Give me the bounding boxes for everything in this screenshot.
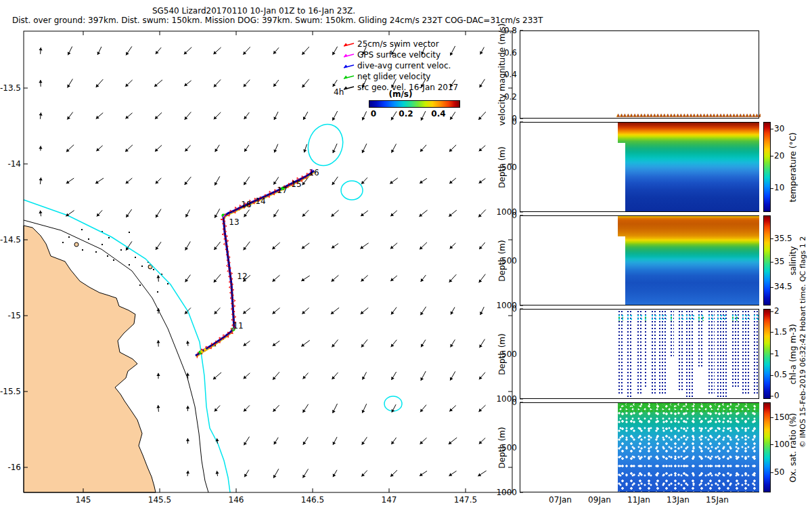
island-speck <box>157 291 158 293</box>
date-tick-label: 07Jan <box>549 495 572 505</box>
ox-colorbar <box>763 402 771 492</box>
ox-y-tick-label: 1000 <box>496 488 517 497</box>
dive-number-label: 14 <box>255 196 265 206</box>
current-arrow-head <box>449 441 452 444</box>
chl-surface-patch <box>742 314 750 320</box>
ox-cbar-label: Ox. sat. ratio (%) <box>788 412 798 482</box>
chl-cbar-label: chl-a (mg m-3) <box>788 324 798 384</box>
map-y-tick-label: -13.5 <box>0 83 21 93</box>
island-speck <box>167 283 168 284</box>
island-speck <box>153 269 154 270</box>
chl-surface-patch <box>678 314 683 320</box>
sal-cbar-tick-label: 35.5 <box>774 234 792 243</box>
date-tick-label: 15Jan <box>706 495 729 505</box>
island-speck <box>95 251 97 253</box>
chl-surface-patch-green <box>731 316 739 321</box>
current-arrow-head <box>479 180 482 184</box>
chl-data-column <box>708 310 715 395</box>
current-arrow-head <box>361 213 364 216</box>
island-speck <box>62 242 64 243</box>
legend-cbar-tick-label: 0.2 <box>399 109 413 119</box>
sal-y-tick-label: 500 <box>501 256 517 266</box>
eddy-contour <box>303 120 348 170</box>
current-arrow-head <box>273 343 276 346</box>
current-arrow-head <box>301 343 304 347</box>
current-arrow-head <box>186 438 189 441</box>
island-speck <box>113 259 114 261</box>
map-y-tick-label: -14.5 <box>0 235 21 245</box>
current-arrow-head <box>391 441 394 444</box>
current-arrow-head <box>156 340 160 343</box>
map-y-tick-label: -15.5 <box>0 387 21 396</box>
current-arrow-head <box>390 181 393 184</box>
sal-cbar-tick-label: 34.5 <box>774 282 792 291</box>
current-arrow-head <box>421 278 424 282</box>
date-tick-label: 13Jan <box>667 495 690 505</box>
chl-data-column <box>742 310 750 396</box>
chl-data-column <box>627 310 632 397</box>
temp-cbar-tick-label: 20 <box>774 151 784 161</box>
current-arrow-head <box>331 311 334 314</box>
legend-entry-label: sfc geo. vel. 16-Jan 2017 <box>357 83 458 92</box>
legend-cbar-tick-label: 0 <box>371 109 376 119</box>
current-arrow-head <box>273 83 277 87</box>
chl-surface-patch <box>627 314 632 320</box>
velocity-y-tick-label: 0.8 <box>504 26 517 35</box>
chl-data-column <box>678 310 683 391</box>
ox-cbar-tick-label: 100 <box>774 440 790 449</box>
eddy-contour <box>384 396 402 411</box>
chl-data-column <box>753 310 759 394</box>
current-arrow-head <box>39 177 43 180</box>
date-tick-label: 11Jan <box>627 495 650 505</box>
chl-data-column <box>618 310 623 395</box>
chl-data-column <box>658 310 667 395</box>
current-arrow-head <box>360 246 363 249</box>
glider-mission-figure: { "title": { "line1": "SG540 Lizard20170… <box>0 0 812 508</box>
current-arrow-head <box>244 247 247 250</box>
velocity-y-tick-label: 0.6 <box>504 48 517 58</box>
chl-data-column <box>651 310 656 396</box>
chl-surface-patch <box>753 314 759 320</box>
current-arrow-head <box>419 213 422 217</box>
chl-surface-patch-green <box>670 316 674 321</box>
dive-markers: ▲▲▲▲▲▲▲▲▲▲▲▲▲▲▲▲▲▲▲▲▲▲▲▲▲▲▲▲▲▲▲▲▲▲▲▲▲▲▲▲… <box>616 112 761 118</box>
date-tick-label: 09Jan <box>588 495 611 505</box>
current-arrow-head <box>67 117 70 120</box>
dive-number-label: 12 <box>237 272 247 281</box>
dive-number-label: 11 <box>233 321 243 331</box>
current-arrow-head <box>156 373 160 376</box>
dive-number-label: 15 <box>291 179 301 189</box>
island-speck <box>129 232 130 233</box>
temp-data <box>618 123 759 211</box>
chl-surface-patch-green <box>698 316 704 321</box>
dive-number-label: 17 <box>277 186 287 195</box>
island-speck <box>108 237 110 238</box>
current-arrow-head <box>39 47 42 50</box>
map-x-tick-label: 147.5 <box>454 495 477 505</box>
temp-y-tick-label: 500 <box>501 163 517 172</box>
map-x-tick-label: 145.5 <box>148 495 171 505</box>
current-arrow-head <box>186 471 189 473</box>
sal-cbar-tick-label: 35 <box>774 257 784 266</box>
map-x-tick-label: 147 <box>382 495 397 505</box>
current-arrow-head <box>391 311 394 314</box>
velocity-panel <box>520 30 759 119</box>
surfacing-dot <box>204 348 206 351</box>
temp-cbar-tick-label: 30 <box>774 124 784 133</box>
island-speck <box>81 229 83 230</box>
eddy-contour <box>341 181 363 200</box>
island <box>74 242 78 247</box>
ox-y-tick-label: 0 <box>512 398 517 407</box>
chl-surface-patch <box>658 314 667 320</box>
legend-colorbar <box>369 100 460 108</box>
ox-cbar-tick-label: 150 <box>774 412 790 422</box>
chl-cbar-tick-label: 2 <box>774 306 780 316</box>
chl-y-tick-label: 500 <box>501 350 517 359</box>
current-arrow-head <box>39 112 42 115</box>
chl-surface-patch-green <box>618 316 623 321</box>
ox-y-tick-label: 500 <box>501 443 517 452</box>
sal-data <box>618 216 759 305</box>
map-x-tick-label: 146.5 <box>301 495 324 505</box>
current-arrow-head <box>39 211 42 213</box>
island-speck <box>88 238 89 240</box>
